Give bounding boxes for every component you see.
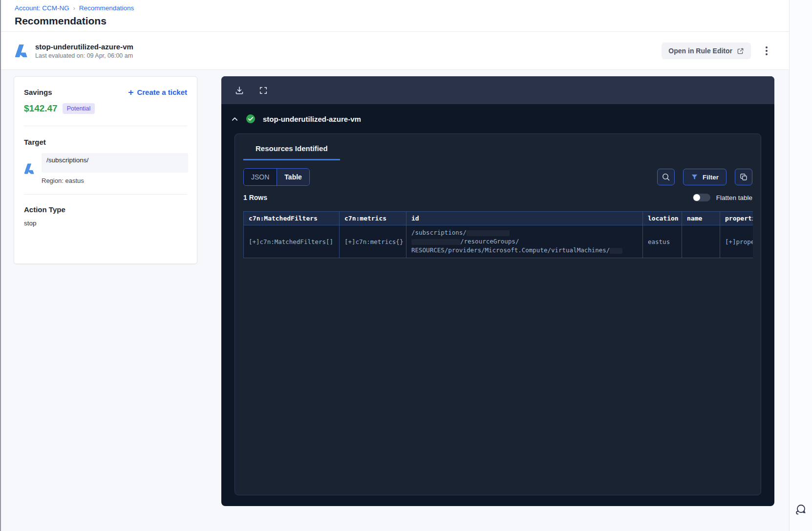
open-in-rule-editor-label: Open in Rule Editor <box>668 47 732 55</box>
potential-badge: Potential <box>63 103 95 114</box>
copy-button[interactable] <box>735 169 752 185</box>
target-label: Target <box>24 138 187 146</box>
table-row: [+]c7n:MatchedFilters[] [+]c7n:metrics{}… <box>244 225 753 258</box>
more-options-menu[interactable] <box>764 44 769 57</box>
panel-rule-name: stop-underutilized-azure-vm <box>263 115 361 123</box>
redacted-text <box>467 230 510 236</box>
tab-resources-identified[interactable]: Resources Identified <box>243 138 340 160</box>
rule-header-bar: stop-underutilized-azure-vm Last evaluat… <box>1 32 789 70</box>
action-type-value: stop <box>24 220 187 227</box>
search-button[interactable] <box>657 169 675 185</box>
rule-output-panel: stop-underutilized-azure-vm Resources Id… <box>221 76 774 506</box>
cell-metrics[interactable]: [+]c7n:metrics{} <box>340 225 406 258</box>
last-evaluated-text: Last evaluated on: 09 Apr, 06:00 am <box>35 52 133 59</box>
page-title: Recommendations <box>15 15 789 27</box>
filter-button[interactable]: Filter <box>683 169 727 185</box>
success-check-icon <box>246 114 256 124</box>
plus-icon: + <box>128 88 133 97</box>
create-ticket-link[interactable]: + Create a ticket <box>128 88 187 97</box>
cell-location: eastus <box>643 225 682 258</box>
rule-result-header: stop-underutilized-azure-vm <box>221 104 774 133</box>
filter-icon <box>691 174 698 181</box>
chat-help-icon[interactable] <box>793 503 808 517</box>
column-header-metrics: c7n:metrics <box>340 212 406 225</box>
collapse-chevron-icon[interactable] <box>231 115 238 123</box>
view-table-button[interactable]: Table <box>277 169 309 185</box>
resources-card: Resources Identified JSON Table <box>235 133 761 495</box>
target-path: /subscriptions/ <box>42 153 188 173</box>
download-icon[interactable] <box>235 86 244 95</box>
page-body: Savings + Create a ticket $142.47 Potent… <box>1 70 789 531</box>
cell-properties[interactable]: [+]properties{} <box>720 225 753 258</box>
azure-logo-icon <box>15 44 29 58</box>
right-gutter <box>789 0 812 531</box>
cell-id: /subscriptions/ /resourceGroups/ RESOURC… <box>406 225 643 258</box>
savings-amount: $142.47 <box>24 103 58 114</box>
page-header: Account: CCM-NG › Recommendations Recomm… <box>1 0 789 32</box>
divider <box>24 126 187 126</box>
azure-target-icon <box>24 163 36 175</box>
column-header-location: location <box>643 212 682 225</box>
divider <box>24 194 187 195</box>
recommendation-details-card: Savings + Create a ticket $142.47 Potent… <box>14 76 197 264</box>
column-header-matched-filters: c7n:MatchedFilters <box>244 212 340 225</box>
target-region: Region: eastus <box>42 177 188 184</box>
breadcrumb-account-link[interactable]: Account: CCM-NG <box>15 4 69 12</box>
external-link-icon <box>737 47 744 55</box>
flatten-table-label: Flatten table <box>716 194 752 201</box>
redacted-text <box>610 248 622 254</box>
create-ticket-label: Create a ticket <box>137 88 187 96</box>
filter-label: Filter <box>703 174 719 181</box>
redacted-text <box>411 239 460 245</box>
view-json-button[interactable]: JSON <box>244 169 277 185</box>
column-header-id: id <box>406 212 643 225</box>
column-header-name: name <box>682 212 720 225</box>
cell-matched-filters[interactable]: [+]c7n:MatchedFilters[] <box>244 225 340 258</box>
table-header-row: c7n:MatchedFilters c7n:metrics id locati… <box>244 212 753 225</box>
cell-name <box>682 225 720 258</box>
rows-count: 1 Rows <box>243 194 267 201</box>
breadcrumb-recommendations-link[interactable]: Recommendations <box>79 4 134 12</box>
savings-label: Savings <box>24 88 52 96</box>
breadcrumb: Account: CCM-NG › Recommendations <box>15 4 789 12</box>
resources-table: c7n:MatchedFilters c7n:metrics id locati… <box>243 211 753 258</box>
breadcrumb-chevron-icon: › <box>73 5 75 12</box>
fullscreen-icon[interactable] <box>259 86 268 95</box>
open-in-rule-editor-button[interactable]: Open in Rule Editor <box>662 43 751 59</box>
flatten-table-toggle[interactable] <box>693 194 710 201</box>
output-toolbar <box>221 76 774 104</box>
rule-name: stop-underutilized-azure-vm <box>35 43 133 51</box>
column-header-properties: properties <box>720 212 753 225</box>
view-mode-toggle: JSON Table <box>243 168 310 186</box>
action-type-label: Action Type <box>24 205 187 214</box>
